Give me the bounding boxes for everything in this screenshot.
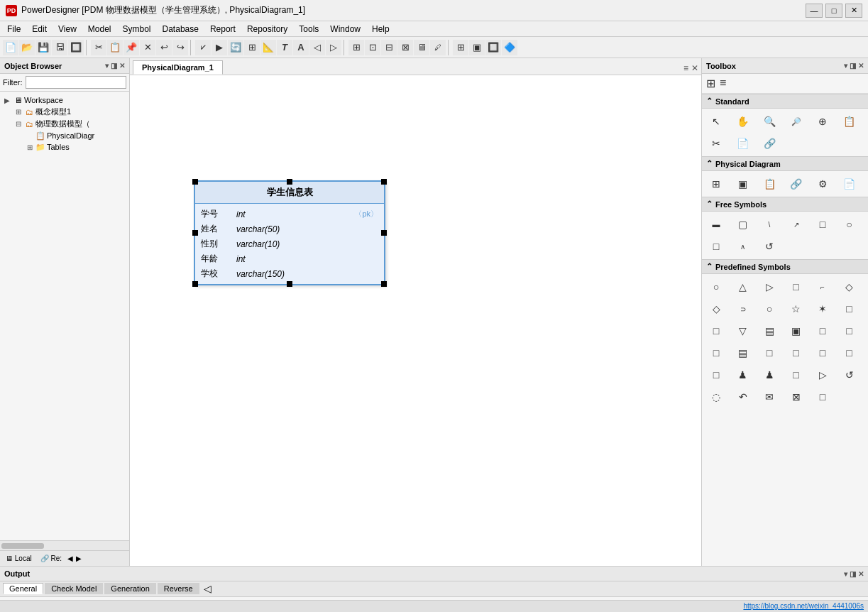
tool-zoom-fit[interactable]: ⊕ [813,111,833,131]
handle-tr[interactable] [381,179,387,185]
tb-section-physical-header[interactable]: ⌃ Physical Diagram [702,156,868,171]
menu-item-symbol[interactable]: Symbol [117,23,157,35]
tool-fs5[interactable]: □ [813,214,833,234]
tool-cut-std[interactable]: ✂ [706,133,726,153]
tool-pd5[interactable]: ⚙ [813,174,833,194]
output-tab-checkmodel[interactable]: Check Model [45,583,103,594]
tool-fs9[interactable]: ↺ [759,236,779,256]
ob-nav-prev[interactable]: ◀ [67,554,73,562]
tool-pre22[interactable]: □ [786,343,806,363]
output-tab-reverse[interactable]: Reverse [158,583,199,594]
tb-gen[interactable]: ▶ [211,40,227,55]
tool-pd6[interactable]: 📄 [840,174,859,194]
tb-undo[interactable]: ↩ [156,40,172,55]
tool-pre1[interactable]: ○ [706,277,726,297]
canvas-area[interactable]: 学生信息表 学号int〈pk〉姓名varchar(50)性别varchar(10… [130,75,701,566]
handle-ml[interactable] [192,230,198,236]
ob-nav-next[interactable]: ▶ [76,554,82,562]
tb-check[interactable]: 🗸 [195,40,211,55]
tool-fs6[interactable]: ○ [840,214,859,234]
tb-pin[interactable]: ▾ ◨ ✕ [844,62,864,70]
tool-pre34[interactable]: ⊠ [786,387,806,407]
tool-pre6[interactable]: ◇ [840,277,859,297]
tool-pre30[interactable]: ↺ [840,365,859,385]
tb-section-standard-header[interactable]: ⌃ Standard [702,94,868,109]
tool-pre11[interactable]: ✶ [813,299,833,319]
menu-item-window[interactable]: Window [324,23,366,35]
expand-concept[interactable]: ⊞ [14,108,23,116]
tool-pd4[interactable]: 🔗 [786,174,806,194]
ob-hscroll[interactable] [0,540,129,550]
tb-tool2[interactable]: ⊡ [365,40,380,55]
tool-pre14[interactable]: ▽ [733,321,753,341]
ob-scroll-thumb[interactable] [1,543,44,549]
tb-grid-icon[interactable]: ⊞ [706,77,715,90]
tool-pre16[interactable]: ▣ [786,321,806,341]
tool-pre32[interactable]: ↶ [733,387,753,407]
handle-mr[interactable] [381,230,387,236]
tb-5[interactable]: 🔲 [68,40,84,55]
tb-save[interactable]: 💾 [35,40,51,55]
handle-bm[interactable] [287,281,292,287]
diagram-tab-physical[interactable]: PhysicalDiagram_1 [133,60,223,75]
tool-pre17[interactable]: □ [813,321,833,341]
handle-br[interactable] [381,281,387,287]
tool-pre29[interactable]: ▷ [813,365,833,385]
tb-tool8[interactable]: ▣ [469,40,485,55]
tb-tool3[interactable]: ⊟ [381,40,397,55]
handle-tl[interactable] [192,179,198,185]
output-scroll-left[interactable]: ◁ [204,583,211,594]
expand-physical[interactable]: ⊟ [14,120,23,129]
tool-pre20[interactable]: ▤ [733,343,753,363]
menu-item-database[interactable]: Database [157,23,204,35]
tb-cut[interactable]: ✂ [91,40,106,55]
tb-section-predefined-header[interactable]: ⌃ Predefined Symbols [702,259,868,274]
tool-copy-std[interactable]: 📋 [840,111,859,131]
output-tab-general[interactable]: General [3,583,43,594]
tool-pre19[interactable]: □ [706,343,726,363]
menu-item-repository[interactable]: Repository [241,23,293,35]
handle-tm[interactable] [287,179,292,185]
ob-tab-local[interactable]: 🖥 Local [3,554,35,563]
tool-fs8[interactable]: ∧ [733,236,753,256]
tool-pre13[interactable]: □ [706,321,726,341]
tool-pre33[interactable]: ✉ [759,387,779,407]
menu-item-report[interactable]: Report [204,23,241,35]
tree-workspace[interactable]: ▶ 🖥 Workspace [3,94,126,106]
tool-pre25[interactable]: □ [706,365,726,385]
ob-filter-input[interactable] [26,76,127,89]
tb-tool5[interactable]: 🖥 [414,40,429,55]
tool-link1[interactable]: 🔗 [759,133,779,153]
tb-arrow-right[interactable]: ▷ [326,40,341,55]
tool-pre18[interactable]: □ [840,321,859,341]
tool-pre3[interactable]: ▷ [759,277,779,297]
tool-pre15[interactable]: ▤ [759,321,779,341]
tb-tool6[interactable]: 🖊 [430,40,446,55]
tb-open[interactable]: 📂 [19,40,35,55]
tool-pre2[interactable]: △ [733,277,753,297]
tool-paste-std[interactable]: 📄 [733,133,753,153]
menu-item-tools[interactable]: Tools [293,23,324,35]
tool-pre12[interactable]: □ [840,299,859,319]
tb-saveall[interactable]: 🖫 [52,40,67,55]
tool-hand[interactable]: ✋ [733,111,753,131]
tool-pre4[interactable]: □ [786,277,806,297]
tool-fs4[interactable]: ↗ [786,214,806,234]
tool-pre9[interactable]: ○ [759,299,779,319]
tb-section-free-header[interactable]: ⌃ Free Symbols [702,197,868,212]
tree-physical-model[interactable]: ⊟ 🗂 物理数据模型（ [14,118,126,130]
ob-pin[interactable]: ▾ ◨ ✕ [105,62,125,70]
tb-copy[interactable]: 📋 [107,40,123,55]
tool-pre8[interactable]: ⊃ [733,299,753,319]
tb-refresh[interactable]: 🔄 [228,40,243,55]
tool-pre5[interactable]: ⌐ [813,277,833,297]
tool-pre10[interactable]: ☆ [786,299,806,319]
diagram-pin-btn[interactable]: ≡ [683,63,688,73]
menu-item-view[interactable]: View [53,23,82,35]
tb-delete[interactable]: ✕ [140,40,155,55]
tool-pre23[interactable]: □ [813,343,833,363]
tb-tool7[interactable]: ⊞ [453,40,468,55]
tool-zoom-out[interactable]: 🔎 [786,111,806,131]
tb-text[interactable]: T [277,40,292,55]
tb-list-icon[interactable]: ≡ [720,77,726,90]
